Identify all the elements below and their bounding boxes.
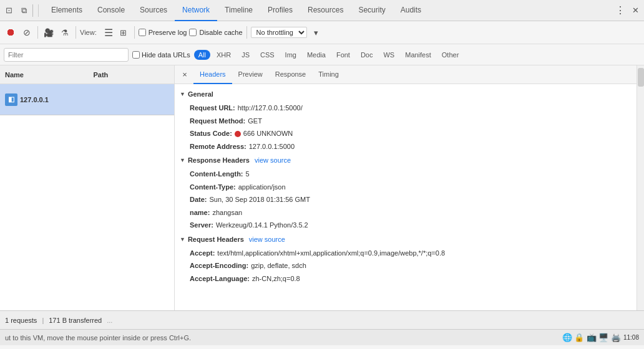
detail-tab-headers[interactable]: Headers [193,65,232,84]
tab-audits[interactable]: Audits [393,0,429,21]
resp-key-1: Content-Type: [190,182,236,193]
detail-close-button[interactable]: × [178,69,191,81]
tab-sources[interactable]: Sources [132,0,175,21]
undock-icon[interactable]: ⧉ [17,4,30,17]
preserve-log-label: Preserve log [149,29,187,36]
detail-row-status: Status Code: 666 UNKNOWN [175,127,637,140]
tab-profiles[interactable]: Profiles [260,0,300,21]
request-row[interactable]: ◧ 127.0.0.1 [0,84,174,115]
scroll-thumb[interactable] [638,68,644,87]
resp-row-4: Server: Werkzeug/0.14.1 Python/3.5.2 [175,219,637,232]
type-js[interactable]: JS [237,50,254,60]
section-request-header[interactable]: ▼ Request Headers view source [175,232,637,247]
close-devtools-icon[interactable]: ✕ [629,4,642,17]
detail-row-method: Request Method: GET [175,115,637,128]
tab-security[interactable]: Security [351,0,393,21]
general-arrow: ▼ [180,91,185,97]
tab-bar: ⊡ ⧉ Elements Console Sources Network Tim… [0,0,644,21]
detail-tab-preview[interactable]: Preview [232,65,269,84]
main-area: Name Path ◧ 127.0.0.1 × Headers Preview … [0,65,644,310]
req-row-1: Accept-Encoding: gzip, deflate, sdch [175,259,637,272]
section-general-header[interactable]: ▼ General [175,87,637,102]
type-xhr[interactable]: XHR [212,50,235,60]
request-view-source[interactable]: view source [249,236,285,243]
resp-key-2: Date: [190,194,207,205]
type-font[interactable]: Font [332,50,354,60]
throttle-dropdown-icon[interactable]: ▾ [310,26,323,39]
type-manifest[interactable]: Manifest [401,50,436,60]
type-css[interactable]: CSS [256,50,279,60]
more-options-icon[interactable]: ⋮ [614,4,627,17]
section-response-header[interactable]: ▼ Response Headers view source [175,153,637,168]
right-panel: × Headers Preview Response Timing ▼ Gene… [175,65,637,310]
tooltip-bar: ut to this VM, move the mouse pointer in… [0,329,644,345]
preserve-log-checkbox[interactable]: Preserve log [139,29,187,36]
resp-val-2: Sun, 30 Sep 2018 01:31:56 GMT [210,194,310,205]
detail-tabs: × Headers Preview Response Timing [175,65,637,84]
camera-button[interactable]: 🎥 [42,26,56,39]
filmstrip-view-btn[interactable]: ⊞ [117,26,130,39]
hide-data-urls-label: Hide data URLs [142,51,190,59]
resp-val-4: Werkzeug/0.14.1 Python/3.5.2 [216,220,308,231]
clear-button[interactable]: ⊘ [20,26,34,39]
type-other[interactable]: Other [437,50,464,60]
detail-tab-response[interactable]: Response [269,65,313,84]
resp-key-3: name: [190,208,210,218]
status-bar: 1 requests | 171 B transferred ... [0,310,644,329]
resp-row-3: name: zhangsan [175,206,637,219]
type-doc[interactable]: Doc [356,50,378,60]
status-val: 666 UNKNOWN [235,128,293,139]
status-sep1: | [42,317,44,324]
disable-cache-checkbox[interactable]: Disable cache [189,29,242,36]
req-key-0: Accept: [190,248,215,259]
transferred-size: 171 B transferred [49,317,102,324]
request-name: ◧ 127.0.0.1 [5,93,169,106]
status-key: Status Code: [190,128,232,139]
filter-button[interactable]: ⚗ [58,26,72,39]
type-ws[interactable]: WS [379,50,399,60]
hide-data-urls-input[interactable] [132,51,140,59]
detail-content: ▼ General Request URL: http://127.0.0.1:… [175,84,637,310]
request-headers-title: Request Headers [188,236,244,243]
file-icon: ◧ [5,93,17,106]
tab-elements[interactable]: Elements [44,0,90,21]
tab-resources[interactable]: Resources [300,0,351,21]
throttle-select[interactable]: No throttling [251,27,307,38]
resp-key-4: Server: [190,220,213,231]
list-view-btn[interactable]: ☰ [102,26,115,39]
tab-network[interactable]: Network [175,0,217,21]
req-key-1: Accept-Encoding: [190,261,248,271]
record-button[interactable]: ⏺ [4,26,17,39]
resp-val-1: application/json [238,182,286,193]
resp-row-2: Date: Sun, 30 Sep 2018 01:31:56 GMT [175,193,637,206]
separator-bar [32,4,33,17]
column-header: Name Path [0,65,174,84]
type-filter-list: All XHR JS CSS Img Media Font Doc WS Man… [194,50,464,60]
detail-tab-timing[interactable]: Timing [312,65,345,84]
dock-icon[interactable]: ⊡ [2,4,15,17]
type-media[interactable]: Media [303,50,330,60]
tab-timeline[interactable]: Timeline [217,0,260,21]
req-val-0: text/html,application/xhtml+xml,applicat… [217,248,445,259]
response-view-source[interactable]: view source [255,156,291,164]
filter-row: Hide data URLs All XHR JS CSS Img Media … [0,44,644,65]
preserve-log-input[interactable] [139,29,146,36]
request-arrow: ▼ [180,236,185,242]
detail-row-url: Request URL: http://127.0.0.1:5000/ [175,102,637,115]
hide-data-urls-checkbox[interactable]: Hide data URLs [132,51,190,59]
status-dot [235,131,241,137]
col-name-header: Name [5,71,81,79]
disable-cache-input[interactable] [189,29,197,36]
tray-time: 11:08 [623,334,639,341]
type-all[interactable]: All [194,50,210,60]
resp-val-3: zhangsan [212,208,242,218]
status-code: 666 UNKNOWN [243,130,293,137]
type-img[interactable]: Img [281,50,301,60]
req-val-1: gzip, deflate, sdch [251,261,306,271]
filter-input[interactable] [4,48,129,62]
tab-console[interactable]: Console [90,0,132,21]
scroll-track[interactable] [637,65,644,310]
system-tray: 🌐 🔒 📺 🖥️ 🖨️ 11:08 [562,333,639,342]
req-key-2: Accept-Language: [190,274,250,284]
req-row-0: Accept: text/html,application/xhtml+xml,… [175,247,637,260]
